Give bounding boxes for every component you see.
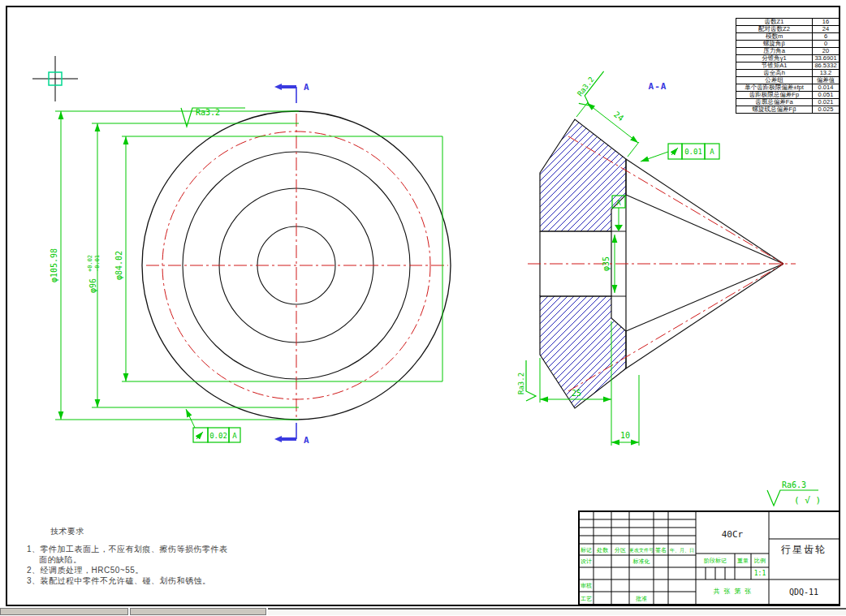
tb-drawing-no: QDQ-11 [789, 588, 818, 597]
tb-material: 40Cr [722, 529, 744, 540]
svg-text:0.02: 0.02 [209, 432, 227, 440]
tech-req-line: 面的缺陷。 [39, 554, 82, 566]
fcf-section: 0.01 A [641, 144, 719, 162]
table-row: 齿全高h13.2 [736, 70, 840, 77]
tb-part-name: 行星齿轮 [781, 544, 827, 555]
table-row: 螺旋角β0 [736, 41, 840, 48]
drawing-sheet: φ105.98 φ96 +0.02 -0.01 φ84.02 Ra3.2 0.0… [0, 0, 846, 616]
general-roughness: Ra6.3 ( √ ) [767, 480, 821, 506]
tech-req-line: 3、装配过程中零件不允许磕、碰、划伤和锈蚀。 [27, 575, 211, 587]
section-cut-bottom: A [274, 423, 309, 446]
hatch-bottom [540, 296, 626, 408]
hatch-top [540, 119, 626, 231]
table-row: 齿距极限总偏差Fp0.051 [736, 92, 840, 99]
title-block: 标记 处数 分区 更改文件号 签名 年、月、日 设计 标准化 审核 工艺 批准 … [579, 511, 840, 605]
table-row: 压力角a20 [736, 48, 840, 55]
section-view: A-A 24 [517, 66, 796, 446]
svg-text:Ra3.2: Ra3.2 [196, 108, 220, 117]
table-row: 配对齿数Z224 [736, 26, 840, 33]
table-row: 齿数Z116 [736, 19, 840, 26]
svg-text:Ra6.3: Ra6.3 [782, 480, 806, 489]
cut-label-top: A [304, 82, 309, 93]
table-row: 公差组偏差值 [736, 77, 840, 84]
svg-text:φ35: φ35 [602, 256, 611, 271]
tb-label-change-file: 更改文件号 [629, 547, 654, 553]
dim-bore: φ35 [602, 235, 615, 293]
svg-text:25: 25 [572, 389, 581, 398]
svg-text:24: 24 [612, 110, 625, 123]
tech-req-line: 2、经调质处理，HRC50~55。 [27, 565, 144, 576]
svg-text:A: A [232, 432, 237, 440]
front-view: φ105.98 φ96 +0.02 -0.01 φ84.02 Ra3.2 0.0… [50, 82, 451, 446]
circular-runout-icon [671, 148, 678, 155]
table-row: 单个齿距极限偏差±fpt0.014 [736, 84, 840, 92]
scrollbar-segment[interactable] [130, 608, 266, 615]
table-row: 齿廓总偏差Fa0.021 [736, 99, 840, 106]
drawing-frame [6, 6, 840, 605]
svg-text:( √ ): ( √ ) [794, 495, 821, 506]
tb-label-mark: 标记 [580, 547, 592, 554]
tb-label-standard: 标准化 [632, 558, 650, 565]
tech-req-title: 技术要求 [50, 526, 84, 537]
fcf-front: 0.02 A [186, 409, 240, 442]
dim-offset-10: 10 [611, 375, 639, 446]
tb-label-zone: 分区 [614, 547, 626, 554]
tb-label-date: 年、月、日 [670, 547, 694, 554]
tb-label-count: 处数 [597, 547, 609, 554]
front-dim-lines [55, 111, 442, 420]
cad-canvas: φ105.98 φ96 +0.02 -0.01 φ84.02 Ra3.2 0.0… [0, 0, 846, 616]
svg-text:10: 10 [620, 431, 630, 440]
dim-outer-diameter: φ105.98 [50, 248, 58, 282]
table-row: 分锥角γ133.6901 [736, 55, 840, 62]
table-row: 螺旋线总偏差Fβ0.025 [736, 106, 840, 114]
svg-text:0.01: 0.01 [684, 148, 702, 156]
svg-text:Ra3.2: Ra3.2 [517, 373, 525, 394]
tb-sheet-label: 共 张 第 张 [714, 588, 751, 595]
tb-scale-value: 1:1 [754, 570, 766, 577]
dim-mid-diameter: φ96 +0.02 -0.01 [87, 255, 101, 293]
table-row: 节锥矩A186.5332 [736, 62, 840, 70]
tb-label-weight: 重量 [737, 558, 749, 564]
cut-label-bottom: A [304, 435, 309, 446]
tech-req-line: 1、零件加工表面上，不应有划痕、擦伤等损伤零件表 [27, 544, 228, 555]
tb-label-sign: 签名 [655, 547, 667, 554]
scrollbar-track[interactable] [268, 608, 846, 615]
svg-text:+0.02: +0.02 [87, 255, 93, 272]
section-cut-top: A [274, 82, 309, 103]
tb-label-scale: 比例 [754, 558, 766, 564]
dim-inner-diameter: φ84.02 [114, 251, 123, 280]
svg-text:A: A [616, 199, 621, 207]
tb-label-approve: 批准 [636, 596, 647, 602]
tb-label-stage: 阶段标记 [704, 558, 727, 564]
roughness-symbol-section-bottom: Ra3.2 [517, 360, 536, 401]
bottom-scrollbar[interactable] [0, 607, 846, 616]
scrollbar-segment[interactable] [0, 608, 128, 615]
gear-parameter-table: 齿数Z116 配对齿数Z224 模数m6 螺旋角β0 压力角a20 分锥角γ13… [736, 18, 840, 114]
tb-label-check: 审核 [581, 583, 592, 589]
circular-runout-icon [196, 432, 203, 439]
svg-text:-0.01: -0.01 [94, 255, 101, 272]
table-row: 模数m6 [736, 33, 840, 41]
tb-label-process: 工艺 [581, 596, 592, 602]
origin-marker-icon [32, 56, 78, 101]
svg-text:A: A [710, 148, 714, 156]
section-view-label: A-A [649, 81, 667, 92]
tb-label-design: 设计 [581, 558, 592, 565]
roughness-symbol-section-top: Ra3.2 [572, 66, 611, 110]
svg-text:φ96: φ96 [88, 278, 97, 293]
